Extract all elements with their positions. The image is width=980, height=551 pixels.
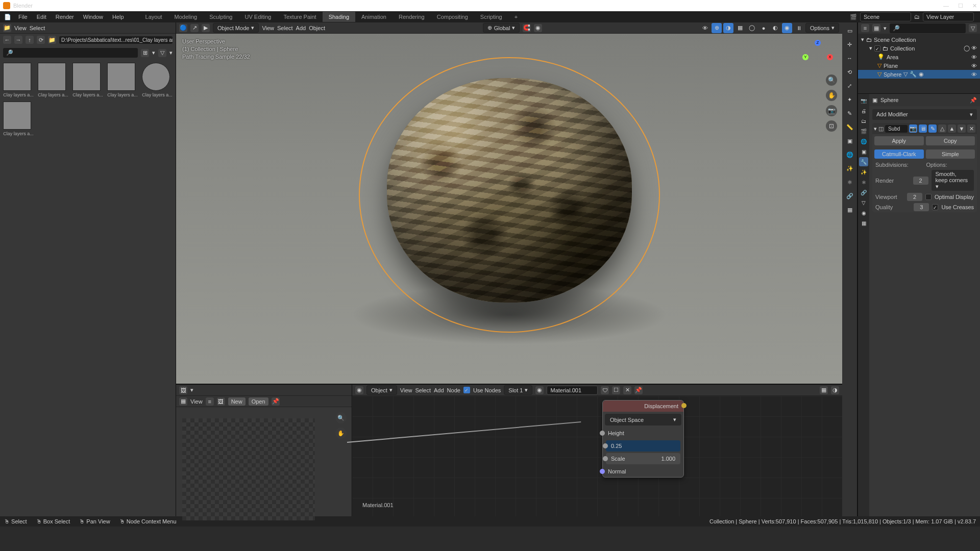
options-dropdown[interactable]: Options▾ bbox=[805, 23, 839, 33]
optimal-display-checkbox[interactable] bbox=[925, 194, 932, 200]
mod-delete-icon[interactable]: ✕ bbox=[967, 124, 975, 133]
scene-field[interactable]: Scene bbox=[860, 12, 911, 21]
hand-icon[interactable]: ✋ bbox=[826, 90, 837, 101]
apply-button[interactable]: Apply bbox=[874, 136, 924, 145]
image-canvas[interactable]: 🔍 ✋ bbox=[176, 407, 352, 516]
gizmo-btn[interactable]: ⊕ bbox=[712, 23, 722, 33]
ptab-viewlayer-icon[interactable]: 🗂 bbox=[859, 116, 868, 126]
filter-chevron-icon[interactable]: ▾ bbox=[169, 49, 173, 56]
quality-field[interactable]: 3 bbox=[914, 203, 929, 211]
play-icon[interactable]: ▶ bbox=[202, 24, 210, 32]
mod-moveup-icon[interactable]: ▲ bbox=[948, 124, 956, 133]
camera-icon[interactable]: 📷 bbox=[826, 105, 837, 116]
orientation-dropdown[interactable]: ⊕Global▾ bbox=[483, 23, 520, 33]
collection-checkbox[interactable] bbox=[874, 45, 880, 52]
tool-select-icon[interactable]: ▭ bbox=[844, 24, 856, 37]
outliner-row-area[interactable]: 💡Area👁 bbox=[858, 53, 980, 61]
tool-constraint-icon[interactable]: 🔗 bbox=[844, 190, 856, 202]
ptab-output-icon[interactable]: 🖨 bbox=[859, 106, 868, 115]
filter-icon[interactable]: ▽ bbox=[158, 49, 166, 57]
img-chevron-icon[interactable]: ▾ bbox=[190, 387, 193, 393]
cursor-icon[interactable]: ↗ bbox=[190, 24, 199, 32]
search-input[interactable]: 🔎 bbox=[3, 48, 138, 58]
height-socket[interactable] bbox=[600, 431, 605, 436]
exclude-icon[interactable]: ◯ bbox=[964, 45, 970, 52]
eye-icon[interactable]: 👁 bbox=[971, 63, 977, 69]
ne-select[interactable]: Select bbox=[415, 387, 431, 393]
mod-cage-icon[interactable]: △ bbox=[938, 124, 946, 133]
axis-z-icon[interactable]: Z bbox=[815, 40, 821, 46]
tab-shading[interactable]: Shading bbox=[323, 12, 355, 22]
thumb-item[interactable]: Clay layers a... bbox=[3, 63, 34, 97]
ptab-texture-icon[interactable]: ▦ bbox=[859, 218, 868, 228]
node-canvas[interactable]: Displacement Object Space▾ Height 0.25 S… bbox=[352, 396, 842, 516]
vp-object[interactable]: Object bbox=[309, 25, 325, 31]
mod-movedown-icon[interactable]: ▼ bbox=[958, 124, 966, 133]
img-view[interactable]: View bbox=[190, 398, 203, 405]
window-maximize-icon[interactable]: ☐ bbox=[958, 3, 963, 9]
render-subdiv-field[interactable]: 2 bbox=[913, 177, 928, 185]
ptab-material-icon[interactable]: ◉ bbox=[859, 208, 868, 217]
tab-rendering[interactable]: Rendering bbox=[393, 12, 431, 22]
axis-y-icon[interactable]: Y bbox=[802, 54, 808, 60]
thumb-item[interactable]: Clay layers a... bbox=[38, 63, 68, 97]
selectability-icon[interactable]: 👁 bbox=[700, 23, 710, 33]
tab-animation[interactable]: Animation bbox=[355, 12, 393, 22]
display-chevron-icon[interactable]: ▾ bbox=[152, 49, 155, 56]
ptab-physics-icon[interactable]: ⚛ bbox=[859, 178, 868, 187]
simple-button[interactable]: Simple bbox=[926, 149, 975, 159]
eye-icon[interactable]: 👁 bbox=[971, 45, 977, 52]
menu-file[interactable]: File bbox=[14, 12, 32, 21]
midlevel-socket[interactable] bbox=[603, 443, 608, 448]
ne-overlay-icon[interactable]: ◑ bbox=[831, 386, 839, 394]
display-grid-icon[interactable]: ⊞ bbox=[141, 49, 149, 57]
add-modifier-dropdown[interactable]: Add Modifier▾ bbox=[872, 109, 977, 120]
tool-addcube-icon[interactable]: ▣ bbox=[844, 135, 856, 147]
viewport-subdiv-field[interactable]: 2 bbox=[907, 193, 922, 201]
file-menu-icon[interactable]: 📄 bbox=[4, 14, 11, 20]
nav-fwd-icon[interactable]: → bbox=[14, 36, 22, 44]
nav-gizmo[interactable]: Z X Y bbox=[802, 40, 833, 70]
tool-cursor-icon[interactable]: ✛ bbox=[844, 38, 856, 51]
outliner-row-scene[interactable]: ▾🗀Scene Collection bbox=[858, 35, 980, 44]
modifier-name-field[interactable]: Subd bbox=[885, 125, 908, 133]
img-zoom-icon[interactable]: 🔍 bbox=[335, 412, 347, 423]
tool-scale-icon[interactable]: ⤢ bbox=[844, 80, 856, 92]
thumb-item[interactable]: Clay layers a... bbox=[142, 63, 173, 97]
ne-node[interactable]: Node bbox=[447, 387, 460, 393]
overlay-btn[interactable]: ◑ bbox=[723, 23, 733, 33]
scale-field[interactable]: Scale1.000 bbox=[606, 453, 680, 464]
uv-smooth-dropdown[interactable]: Smooth, keep corners ▾ bbox=[932, 170, 974, 191]
ne-type-icon[interactable]: ◉ bbox=[355, 386, 363, 394]
tab-scripting[interactable]: Scripting bbox=[474, 12, 508, 22]
outliner-tree[interactable]: ▾🗀Scene Collection ▾🗀Collection◯👁 💡Area👁… bbox=[858, 34, 980, 93]
vp-view[interactable]: View bbox=[262, 25, 274, 31]
tab-sculpting[interactable]: Sculpting bbox=[203, 12, 238, 22]
mod-render-icon[interactable]: 📷 bbox=[909, 124, 917, 133]
folder-new-icon[interactable]: 📁 bbox=[3, 24, 11, 32]
mod-expand-icon[interactable]: ▾ bbox=[874, 126, 877, 132]
use-creases-checkbox[interactable] bbox=[932, 204, 938, 210]
outliner-row-collection[interactable]: ▾🗀Collection◯👁 bbox=[858, 44, 980, 53]
eye-icon[interactable]: 👁 bbox=[971, 54, 977, 60]
tool-world-icon[interactable]: 🌐 bbox=[844, 148, 856, 161]
img-list-icon[interactable]: ≡ bbox=[206, 397, 214, 406]
mod-realtime-icon[interactable]: 🖥 bbox=[919, 124, 927, 133]
img-hand-icon[interactable]: ✋ bbox=[335, 428, 347, 439]
use-nodes-checkbox[interactable]: ✓ bbox=[463, 387, 470, 393]
uv-mode-icon[interactable]: ▦ bbox=[179, 397, 187, 406]
tab-modeling[interactable]: Modeling bbox=[168, 12, 204, 22]
copy-button[interactable]: Copy bbox=[926, 136, 975, 145]
outliner-row-sphere[interactable]: ▽Sphere▽🔧◉👁 bbox=[858, 70, 980, 79]
snap-icon[interactable]: 🧲 bbox=[523, 24, 531, 32]
ne-mode[interactable]: Object▾ bbox=[366, 385, 397, 395]
window-close-icon[interactable]: ✕ bbox=[972, 3, 977, 9]
space-dropdown[interactable]: Object Space▾ bbox=[605, 414, 681, 425]
outliner-chevron-icon[interactable]: ▾ bbox=[884, 25, 887, 32]
browser-view[interactable]: View bbox=[14, 25, 27, 31]
fake-user-icon[interactable]: 🛡 bbox=[601, 386, 609, 394]
xray-icon[interactable]: ▦ bbox=[735, 23, 745, 33]
window-minimize-icon[interactable]: — bbox=[943, 3, 949, 9]
tool-transform-icon[interactable]: ✦ bbox=[844, 93, 856, 106]
mat-sphere-icon[interactable]: ◉ bbox=[535, 386, 544, 394]
